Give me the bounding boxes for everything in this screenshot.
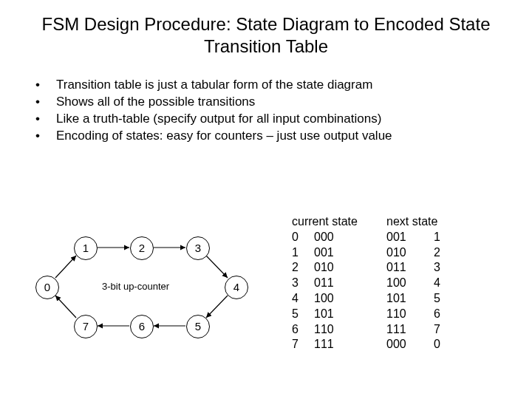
cell-current-bin: 000: [314, 230, 386, 245]
table-header-next: next state: [386, 214, 475, 230]
svg-line-7: [55, 296, 76, 318]
cell-next-bin: 110: [386, 307, 434, 322]
cell-next-dec: 1: [434, 230, 456, 245]
cell-current-dec: 5: [292, 307, 314, 322]
bullet-glyph: •: [35, 77, 56, 94]
state-node-7: 7: [74, 315, 98, 338]
bullet-item: • Encoding of states: easy for counters …: [35, 128, 532, 145]
cell-next-bin: 010: [386, 245, 434, 261]
diagram-caption: 3-bit up-counter: [102, 281, 169, 292]
bullet-item: • Transition table is just a tabular for…: [35, 77, 532, 94]
table-row: 00000011: [292, 230, 475, 245]
table-row: 30111004: [292, 276, 475, 291]
cell-current-bin: 100: [314, 291, 386, 307]
cell-next-dec: 3: [434, 260, 456, 276]
cell-current-dec: 3: [292, 276, 314, 291]
table-row: 61101117: [292, 322, 475, 338]
svg-line-4: [206, 296, 228, 318]
bullet-glyph: •: [35, 94, 56, 111]
bullet-text: Encoding of states: easy for counters – …: [56, 128, 392, 145]
transition-table: current state next state 000000111001010…: [292, 214, 475, 352]
cell-next-dec: 7: [434, 322, 456, 338]
bullet-item: • Shows all of the possible transitions: [35, 94, 532, 111]
table-row: 71110000: [292, 337, 475, 352]
cell-current-bin: 011: [314, 276, 386, 291]
cell-current-dec: 0: [292, 230, 314, 245]
state-node-2: 2: [130, 236, 154, 260]
cell-next-dec: 5: [434, 291, 456, 307]
cell-next-dec: 2: [434, 245, 456, 261]
state-node-0: 0: [35, 276, 59, 299]
cell-current-bin: 010: [314, 260, 386, 276]
state-diagram: 0 1 2 3 4 5 6 7 3-bit up-counter: [35, 222, 257, 369]
cell-current-bin: 101: [314, 307, 386, 322]
table-row: 51011106: [292, 307, 475, 322]
bullet-glyph: •: [35, 128, 56, 145]
bullet-text: Like a truth-table (specify output for a…: [56, 111, 381, 128]
cell-current-bin: 110: [314, 322, 386, 338]
cell-current-dec: 7: [292, 337, 314, 352]
state-node-5: 5: [186, 315, 210, 338]
table-row: 20100113: [292, 260, 475, 276]
cell-next-bin: 111: [386, 322, 434, 338]
cell-next-bin: 011: [386, 260, 434, 276]
cell-next-bin: 000: [386, 337, 434, 352]
state-node-6: 6: [130, 315, 154, 338]
cell-current-dec: 4: [292, 291, 314, 307]
bullet-text: Transition table is just a tabular form …: [56, 77, 372, 94]
cell-next-dec: 4: [434, 276, 456, 291]
cell-next-dec: 6: [434, 307, 456, 322]
table-row: 41001015: [292, 291, 475, 307]
cell-current-bin: 001: [314, 245, 386, 261]
cell-next-bin: 100: [386, 276, 434, 291]
state-node-3: 3: [186, 236, 210, 260]
slide-title: FSM Design Procedure: State Diagram to E…: [0, 0, 532, 64]
table-header-current: current state: [292, 214, 386, 230]
svg-line-0: [55, 256, 76, 278]
bullet-item: • Like a truth-table (specify output for…: [35, 111, 532, 128]
bullet-text: Shows all of the possible transitions: [56, 94, 255, 111]
bullet-glyph: •: [35, 111, 56, 128]
bullet-list: • Transition table is just a tabular for…: [35, 77, 532, 145]
state-node-1: 1: [74, 236, 98, 260]
cell-current-dec: 2: [292, 260, 314, 276]
state-node-4: 4: [225, 276, 248, 299]
cell-current-bin: 111: [314, 337, 386, 352]
cell-current-dec: 1: [292, 245, 314, 261]
cell-next-dec: 0: [434, 337, 456, 352]
cell-current-dec: 6: [292, 322, 314, 338]
cell-next-bin: 001: [386, 230, 434, 245]
cell-next-bin: 101: [386, 291, 434, 307]
table-row: 10010102: [292, 245, 475, 261]
svg-line-3: [206, 256, 228, 278]
